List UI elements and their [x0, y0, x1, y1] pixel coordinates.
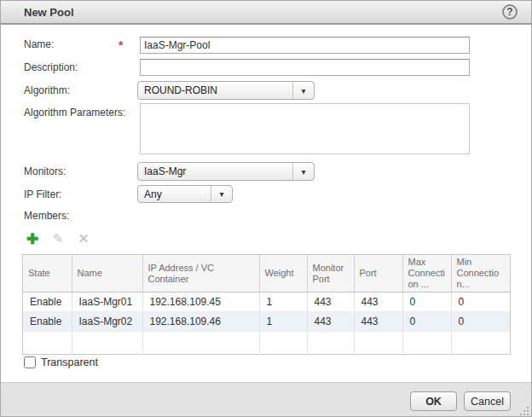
edit-member-icon[interactable]: ✎	[49, 230, 66, 247]
algorithm-parameters-label: Algorithm Parameters:	[24, 107, 125, 119]
monitors-label: Monitors:	[24, 165, 66, 177]
dialog-titlebar: New Pool ?	[1, 1, 531, 25]
table-empty-row	[23, 332, 510, 355]
transparent-checkbox[interactable]	[24, 356, 36, 368]
transparent-label: Transparent	[41, 356, 98, 368]
chevron-down-icon[interactable]: ▾	[292, 163, 314, 180]
chevron-down-icon[interactable]: ▾	[211, 186, 232, 202]
required-asterisk-icon: *	[119, 38, 123, 52]
name-label: Name:	[24, 38, 54, 50]
cell-weight: 1	[259, 292, 307, 312]
column-header-min-connection[interactable]: Min Connectio n...	[451, 255, 510, 292]
new-pool-dialog: New Pool ? Name: * Description: Algorith…	[0, 0, 532, 417]
table-row[interactable]: Enable IaaS-Mgr01 192.168.109.45 1 443 4…	[23, 292, 510, 312]
help-icon[interactable]: ?	[502, 4, 518, 20]
members-toolbar: ✚ ✎ ✕	[24, 230, 92, 247]
members-table: State Name IP Address / VC Container Wei…	[22, 254, 511, 355]
cell-name: IaaS-Mgr01	[72, 292, 142, 312]
cell-monitor-port: 443	[307, 292, 354, 312]
ok-button[interactable]: OK	[410, 391, 457, 411]
cell-name: IaaS-Mgr02	[72, 312, 142, 332]
resize-grip-icon[interactable]	[519, 406, 529, 416]
add-member-icon[interactable]: ✚	[24, 230, 41, 247]
algorithm-select[interactable]: ROUND-ROBIN ▾	[137, 81, 315, 100]
description-label: Description:	[24, 61, 78, 73]
cell-port: 443	[354, 312, 402, 332]
ip-filter-select[interactable]: Any ▾	[137, 185, 233, 203]
table-header-row: State Name IP Address / VC Container Wei…	[23, 255, 510, 292]
cell-ip-address: 192.168.109.46	[142, 312, 259, 332]
members-label: Members:	[24, 210, 69, 222]
cell-state: Enable	[23, 292, 72, 312]
cancel-button[interactable]: Cancel	[464, 391, 511, 411]
dialog-footer: OK Cancel	[1, 382, 531, 417]
cell-max-connection: 0	[402, 292, 451, 312]
dialog-title: New Pool	[24, 6, 74, 19]
table-row[interactable]: Enable IaaS-Mgr02 192.168.109.46 1 443 4…	[23, 312, 510, 332]
chevron-down-icon[interactable]: ▾	[292, 82, 314, 99]
description-input[interactable]	[140, 59, 470, 76]
cell-min-connection: 0	[451, 312, 510, 332]
ip-filter-selected-value: Any	[138, 188, 211, 200]
ip-filter-label: IP Filter:	[24, 188, 61, 200]
name-input[interactable]	[140, 37, 470, 54]
column-header-max-connection[interactable]: Max Connection ...	[402, 255, 451, 292]
cell-ip-address: 192.168.109.45	[142, 292, 259, 312]
cell-port: 443	[354, 292, 402, 312]
monitors-selected-value: IaaS-Mgr	[138, 165, 292, 177]
column-header-state[interactable]: State	[23, 255, 72, 292]
delete-member-icon[interactable]: ✕	[75, 230, 92, 247]
column-header-port[interactable]: Port	[354, 255, 402, 292]
algorithm-selected-value: ROUND-ROBIN	[138, 84, 292, 96]
cell-min-connection: 0	[451, 292, 510, 312]
cell-monitor-port: 443	[307, 312, 354, 332]
column-header-weight[interactable]: Weight	[259, 255, 307, 292]
monitors-select[interactable]: IaaS-Mgr ▾	[137, 162, 315, 181]
column-header-monitor-port[interactable]: Monitor Port	[307, 255, 354, 292]
algorithm-parameters-textarea[interactable]	[140, 103, 470, 154]
transparent-option: Transparent	[24, 356, 98, 368]
cell-weight: 1	[259, 312, 307, 332]
cell-max-connection: 0	[402, 312, 451, 332]
algorithm-label: Algorithm:	[24, 84, 70, 96]
column-header-name[interactable]: Name	[72, 255, 142, 292]
column-header-ip-address[interactable]: IP Address / VC Container	[142, 255, 259, 292]
cell-state: Enable	[23, 312, 72, 332]
